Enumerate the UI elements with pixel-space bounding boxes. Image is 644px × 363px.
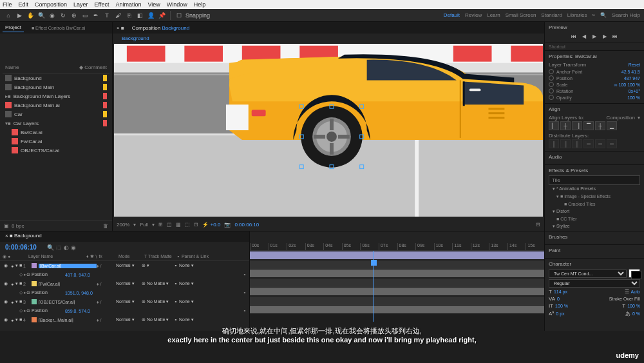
transparency-icon[interactable]: ▦ <box>176 222 181 228</box>
project-item-bgmainlayers[interactable]: ▸■Background Main Layers <box>3 92 109 101</box>
tab-composition[interactable]: Composition Background <box>128 24 193 32</box>
zoom-dropdown[interactable]: 200% <box>117 222 129 228</box>
stroke-dropdown[interactable]: Stroke Over Fill <box>609 297 640 301</box>
roto-tool-icon[interactable]: 👤 <box>146 11 155 20</box>
font-family-dropdown[interactable]: Tw Cen MT Cond... <box>549 270 627 278</box>
align-hcenter-icon[interactable]: ┼ <box>560 121 571 130</box>
tl-blur-icon[interactable]: ◉ <box>71 244 76 251</box>
rotation-value[interactable]: 0x+0° <box>629 89 640 93</box>
timeline-ruler[interactable]: 00s01s02s03s04s05s06s07s08s09s10s11s12s1… <box>250 231 544 251</box>
tl-col-name[interactable]: Layer Name <box>28 254 86 259</box>
orbit-tool-icon[interactable]: ◉ <box>48 11 57 20</box>
shape-tool-icon[interactable]: ▭ <box>80 11 90 20</box>
menu-view[interactable]: View <box>147 1 160 8</box>
fps-label[interactable]: ⚡ +0.0 <box>202 222 220 228</box>
menu-window[interactable]: Window <box>167 1 187 8</box>
menu-file[interactable]: File <box>3 1 12 8</box>
play-icon[interactable]: ▶ <box>591 32 598 40</box>
project-item-fwlcar[interactable]: FwlCar.ai <box>3 137 109 146</box>
scale-value[interactable]: ∞ 100 100 % <box>614 83 640 87</box>
color-swatch[interactable] <box>629 269 640 278</box>
viewer-time[interactable]: 0:00:06:10 <box>234 222 259 228</box>
pen-tool-icon[interactable]: ✒ <box>91 11 100 20</box>
tsume-value[interactable]: 0 % <box>632 311 640 316</box>
menu-effect[interactable]: Effect <box>95 1 109 8</box>
menu-help[interactable]: Help <box>194 1 206 8</box>
composition-viewer[interactable] <box>114 44 543 217</box>
preset-cctiler[interactable]: ■ CC Tiler <box>549 215 640 222</box>
first-frame-icon[interactable]: ⏮ <box>570 32 578 40</box>
baseline-value[interactable]: 0 px <box>556 311 564 316</box>
timeline-layer-row[interactable]: ◉●▾ ■2[FwlCar.ai]♦ /Normal ▾⊚ No Matte ▾… <box>0 279 249 288</box>
timeline-timecode[interactable]: 0:00:06:10 <box>0 242 42 253</box>
timeline-layer-row[interactable]: ◉●▾ ■1[BwlCar.ai]♦ /Normal ▾⊚ ▾⚬ None ▾ <box>0 261 249 270</box>
timeline-property-row[interactable]: ◇ ▸⊙ Position487.0, 947.0⚬ <box>0 270 249 279</box>
project-item-background[interactable]: Background <box>3 74 109 83</box>
3d-icon[interactable]: ⬚ <box>185 222 190 228</box>
project-item-objectscar[interactable]: OBJECTS/Car.ai <box>3 146 109 155</box>
project-new-folder-icon[interactable]: ▣ <box>4 223 9 229</box>
preset-group-distort[interactable]: ▾ Distort <box>549 208 640 215</box>
project-item-car[interactable]: Car <box>3 110 109 119</box>
tab-project[interactable]: Project <box>3 23 24 32</box>
menu-animation[interactable]: Animation <box>115 1 141 8</box>
stopwatch-scale-icon[interactable] <box>549 82 554 87</box>
align-left-icon[interactable]: ▏ <box>549 121 559 130</box>
workspace-libraries[interactable]: Libraries <box>567 12 587 18</box>
stopwatch-rot-icon[interactable] <box>549 88 554 93</box>
tl-search-icon[interactable]: 🔍 <box>47 244 54 251</box>
stamp-tool-icon[interactable]: ⎘ <box>124 11 133 20</box>
comp-breadcrumb[interactable]: Background <box>118 34 153 43</box>
menu-edit[interactable]: Edit <box>19 1 29 8</box>
project-trash-icon[interactable]: 🗑 <box>103 223 108 229</box>
align-right-icon[interactable]: ▕ <box>572 121 582 130</box>
project-item-carlayers[interactable]: ▾■Car Layers <box>3 119 109 128</box>
selection-tool-icon[interactable]: ▶ <box>15 11 24 20</box>
position-value[interactable]: 487 947 <box>624 76 640 81</box>
project-item-bgmain[interactable]: Background Main <box>3 83 109 92</box>
mask-icon[interactable]: ◫ <box>167 222 172 228</box>
align-to-dropdown[interactable]: Composition <box>607 115 635 121</box>
project-bits[interactable]: 8 bpc <box>12 223 24 229</box>
viewer-layout-icon[interactable]: ⊟ <box>536 222 540 228</box>
workspace-review[interactable]: Review <box>465 12 482 18</box>
preset-cracked[interactable]: ■ Cracked Tiles <box>549 201 640 208</box>
brush-tool-icon[interactable]: 🖌 <box>113 11 122 20</box>
font-size-value[interactable]: 114 px <box>554 289 567 294</box>
next-frame-icon[interactable]: ▶ <box>601 32 609 40</box>
anchor-tool-icon[interactable]: ⊕ <box>70 11 79 20</box>
menu-composition[interactable]: Composition <box>35 1 67 8</box>
kerning-value[interactable]: 0 <box>557 297 560 301</box>
tl-col-mode[interactable]: Mode <box>118 254 144 259</box>
stopwatch-anchor-icon[interactable] <box>549 69 554 74</box>
home-icon[interactable]: ⌂ <box>4 11 13 20</box>
project-item-bwlcar[interactable]: BwlCar.ai <box>3 128 109 137</box>
puppet-tool-icon[interactable]: 📌 <box>157 11 166 20</box>
hand-tool-icon[interactable]: ✋ <box>26 11 35 20</box>
tab-effect-controls[interactable]: ■ Effect Controls BwlCar.ai <box>29 25 88 32</box>
preset-group-stylize[interactable]: ▾ Stylize <box>549 222 640 230</box>
grid-icon[interactable]: ⊞ <box>158 222 163 228</box>
timeline-tab[interactable]: × ■ Background <box>5 233 42 239</box>
timeline-layer-row[interactable]: ◉●▾ ■4[Backgr...Main.ai]♦ /Normal ▾⊚ No … <box>0 315 249 324</box>
opacity-value[interactable]: 100 % <box>627 95 640 100</box>
stopwatch-opacity-icon[interactable] <box>549 95 554 100</box>
align-vcenter-icon[interactable]: ┼ <box>595 121 605 130</box>
col-name[interactable]: Name <box>5 64 19 70</box>
project-item-bgmainai[interactable]: Background Main.ai <box>3 101 109 110</box>
workspace-default[interactable]: Default <box>444 12 460 18</box>
prev-frame-icon[interactable]: ◀ <box>580 32 588 40</box>
timeline-property-row[interactable]: ◇ ▸⊙ Position859.0, 574.0⚬ <box>0 306 249 315</box>
menu-layer[interactable]: Layer <box>73 1 88 8</box>
search-help[interactable]: Search Help <box>612 12 640 18</box>
anchor-value[interactable]: 42.5 41.5 <box>621 70 640 74</box>
playhead[interactable] <box>374 251 374 322</box>
tl-shy-icon[interactable]: ◐ <box>64 244 69 251</box>
timeline-tracks[interactable] <box>250 251 544 322</box>
timeline-layer-row[interactable]: ◉●▾ ■3[OBJECTS/Car.ai]♦ /Normal ▾⊚ No Ma… <box>0 297 249 306</box>
eraser-tool-icon[interactable]: ◧ <box>135 11 144 20</box>
text-tool-icon[interactable]: T <box>102 11 111 20</box>
snapping-checkbox[interactable]: ☐ <box>175 11 184 20</box>
workspace-small[interactable]: Small Screen <box>506 12 536 18</box>
snapshot-icon[interactable]: 📷 <box>224 222 231 228</box>
